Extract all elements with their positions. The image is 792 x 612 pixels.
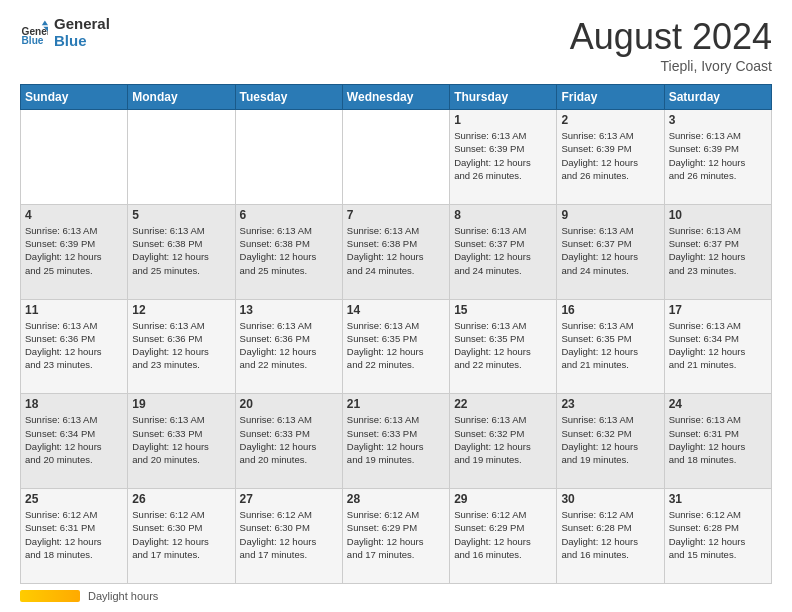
day-info: Sunrise: 6:13 AMSunset: 6:31 PMDaylight:… [669,413,767,466]
day-number: 23 [561,397,659,411]
day-number: 7 [347,208,445,222]
day-info: Sunrise: 6:13 AMSunset: 6:36 PMDaylight:… [240,319,338,372]
day-number: 17 [669,303,767,317]
calendar-cell: 15Sunrise: 6:13 AMSunset: 6:35 PMDayligh… [450,299,557,394]
calendar-cell: 5Sunrise: 6:13 AMSunset: 6:38 PMDaylight… [128,204,235,299]
day-number: 31 [669,492,767,506]
day-info: Sunrise: 6:13 AMSunset: 6:35 PMDaylight:… [454,319,552,372]
day-number: 24 [669,397,767,411]
calendar-cell: 12Sunrise: 6:13 AMSunset: 6:36 PMDayligh… [128,299,235,394]
day-number: 19 [132,397,230,411]
day-info: Sunrise: 6:13 AMSunset: 6:39 PMDaylight:… [25,224,123,277]
day-number: 8 [454,208,552,222]
logo: General Blue General Blue [20,16,110,49]
calendar-table: SundayMondayTuesdayWednesdayThursdayFrid… [20,84,772,584]
day-info: Sunrise: 6:12 AMSunset: 6:29 PMDaylight:… [347,508,445,561]
header-row: SundayMondayTuesdayWednesdayThursdayFrid… [21,85,772,110]
day-number: 30 [561,492,659,506]
daylight-label: Daylight hours [88,590,158,602]
calendar-cell [128,110,235,205]
calendar-cell: 23Sunrise: 6:13 AMSunset: 6:32 PMDayligh… [557,394,664,489]
calendar-cell [21,110,128,205]
day-number: 6 [240,208,338,222]
week-row-3: 11Sunrise: 6:13 AMSunset: 6:36 PMDayligh… [21,299,772,394]
calendar-cell: 28Sunrise: 6:12 AMSunset: 6:29 PMDayligh… [342,489,449,584]
day-info: Sunrise: 6:13 AMSunset: 6:33 PMDaylight:… [240,413,338,466]
col-header-tuesday: Tuesday [235,85,342,110]
day-number: 3 [669,113,767,127]
calendar-cell: 7Sunrise: 6:13 AMSunset: 6:38 PMDaylight… [342,204,449,299]
calendar-cell: 9Sunrise: 6:13 AMSunset: 6:37 PMDaylight… [557,204,664,299]
day-number: 20 [240,397,338,411]
day-info: Sunrise: 6:13 AMSunset: 6:36 PMDaylight:… [132,319,230,372]
day-info: Sunrise: 6:13 AMSunset: 6:32 PMDaylight:… [561,413,659,466]
calendar-cell: 17Sunrise: 6:13 AMSunset: 6:34 PMDayligh… [664,299,771,394]
week-row-5: 25Sunrise: 6:12 AMSunset: 6:31 PMDayligh… [21,489,772,584]
day-number: 9 [561,208,659,222]
calendar-cell: 8Sunrise: 6:13 AMSunset: 6:37 PMDaylight… [450,204,557,299]
title-block: August 2024 Tiepli, Ivory Coast [570,16,772,74]
day-info: Sunrise: 6:13 AMSunset: 6:38 PMDaylight:… [347,224,445,277]
day-number: 18 [25,397,123,411]
day-info: Sunrise: 6:13 AMSunset: 6:37 PMDaylight:… [454,224,552,277]
calendar-cell: 25Sunrise: 6:12 AMSunset: 6:31 PMDayligh… [21,489,128,584]
calendar-cell: 31Sunrise: 6:12 AMSunset: 6:28 PMDayligh… [664,489,771,584]
day-number: 10 [669,208,767,222]
day-info: Sunrise: 6:13 AMSunset: 6:39 PMDaylight:… [454,129,552,182]
day-number: 14 [347,303,445,317]
col-header-thursday: Thursday [450,85,557,110]
calendar-cell: 10Sunrise: 6:13 AMSunset: 6:37 PMDayligh… [664,204,771,299]
week-row-4: 18Sunrise: 6:13 AMSunset: 6:34 PMDayligh… [21,394,772,489]
calendar-cell: 1Sunrise: 6:13 AMSunset: 6:39 PMDaylight… [450,110,557,205]
calendar-cell: 18Sunrise: 6:13 AMSunset: 6:34 PMDayligh… [21,394,128,489]
day-number: 21 [347,397,445,411]
calendar-cell: 11Sunrise: 6:13 AMSunset: 6:36 PMDayligh… [21,299,128,394]
day-info: Sunrise: 6:13 AMSunset: 6:33 PMDaylight:… [347,413,445,466]
calendar-cell: 3Sunrise: 6:13 AMSunset: 6:39 PMDaylight… [664,110,771,205]
day-number: 27 [240,492,338,506]
svg-marker-2 [42,20,48,25]
day-number: 26 [132,492,230,506]
week-row-1: 1Sunrise: 6:13 AMSunset: 6:39 PMDaylight… [21,110,772,205]
day-info: Sunrise: 6:13 AMSunset: 6:36 PMDaylight:… [25,319,123,372]
col-header-monday: Monday [128,85,235,110]
logo-text-general: General [54,16,110,33]
calendar-cell [235,110,342,205]
calendar-cell: 21Sunrise: 6:13 AMSunset: 6:33 PMDayligh… [342,394,449,489]
day-number: 13 [240,303,338,317]
day-info: Sunrise: 6:13 AMSunset: 6:32 PMDaylight:… [454,413,552,466]
calendar-cell: 4Sunrise: 6:13 AMSunset: 6:39 PMDaylight… [21,204,128,299]
day-info: Sunrise: 6:13 AMSunset: 6:39 PMDaylight:… [561,129,659,182]
day-info: Sunrise: 6:13 AMSunset: 6:35 PMDaylight:… [347,319,445,372]
header: General Blue General Blue August 2024 Ti… [20,16,772,74]
day-info: Sunrise: 6:13 AMSunset: 6:37 PMDaylight:… [561,224,659,277]
day-number: 15 [454,303,552,317]
footer: Daylight hours [20,590,772,602]
calendar-cell: 2Sunrise: 6:13 AMSunset: 6:39 PMDaylight… [557,110,664,205]
day-number: 28 [347,492,445,506]
calendar-cell: 24Sunrise: 6:13 AMSunset: 6:31 PMDayligh… [664,394,771,489]
day-info: Sunrise: 6:13 AMSunset: 6:34 PMDaylight:… [25,413,123,466]
day-number: 25 [25,492,123,506]
day-number: 1 [454,113,552,127]
day-info: Sunrise: 6:13 AMSunset: 6:35 PMDaylight:… [561,319,659,372]
calendar-cell [342,110,449,205]
day-number: 22 [454,397,552,411]
day-info: Sunrise: 6:13 AMSunset: 6:39 PMDaylight:… [669,129,767,182]
page: General Blue General Blue August 2024 Ti… [0,0,792,612]
calendar-cell: 30Sunrise: 6:12 AMSunset: 6:28 PMDayligh… [557,489,664,584]
day-number: 5 [132,208,230,222]
week-row-2: 4Sunrise: 6:13 AMSunset: 6:39 PMDaylight… [21,204,772,299]
day-number: 2 [561,113,659,127]
col-header-wednesday: Wednesday [342,85,449,110]
day-number: 29 [454,492,552,506]
month-title: August 2024 [570,16,772,58]
logo-text-blue: Blue [54,33,110,50]
col-header-saturday: Saturday [664,85,771,110]
calendar-cell: 26Sunrise: 6:12 AMSunset: 6:30 PMDayligh… [128,489,235,584]
logo-icon: General Blue [20,19,48,47]
day-number: 12 [132,303,230,317]
location: Tiepli, Ivory Coast [570,58,772,74]
col-header-friday: Friday [557,85,664,110]
day-info: Sunrise: 6:13 AMSunset: 6:38 PMDaylight:… [240,224,338,277]
